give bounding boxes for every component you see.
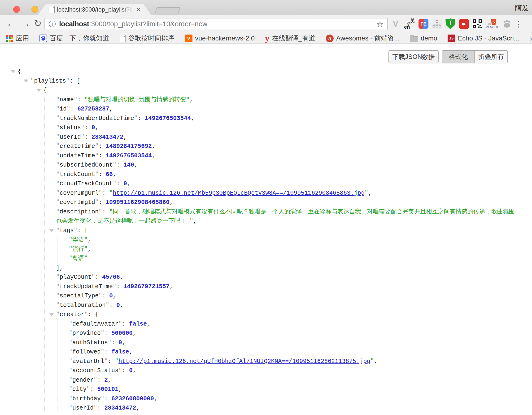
paw-icon[interactable] — [502, 19, 512, 29]
json-key: avatarUrl — [72, 358, 104, 365]
json-punct: : — [90, 386, 97, 393]
json-row-close: ], — [56, 263, 520, 273]
collapse-triangle-icon[interactable] — [49, 229, 54, 232]
bookmark-youdao[interactable]: y 在线翻译_有道 — [265, 34, 315, 43]
bookmark-echojs[interactable]: JS Echo JS - JavaScri... — [447, 35, 519, 42]
qr-code-icon[interactable] — [472, 19, 482, 29]
profile-name[interactable]: 阿发 — [515, 4, 529, 13]
json-number-value: 2 — [104, 377, 108, 384]
youdao-y-icon: y — [265, 35, 269, 42]
sitemap-icon[interactable] — [432, 19, 442, 29]
json-punct: : — [102, 190, 109, 197]
json-number-value: 1489284175692 — [106, 143, 152, 150]
bookmark-demo-folder[interactable]: demo — [410, 35, 437, 42]
json-quote: " — [56, 208, 60, 215]
json-quote: " — [81, 124, 85, 131]
json-link[interactable]: http://p1.music.126.net/Mb59p30BpEQLcBQe… — [113, 190, 365, 197]
awesomes-a-icon: A — [326, 35, 334, 42]
forward-icon[interactable]: → — [20, 16, 30, 30]
bookmarks-overflow-chevron-icon[interactable]: » — [530, 34, 532, 43]
collapse-all-button[interactable]: 折叠所有 — [475, 51, 507, 63]
json-punct: : — [104, 348, 111, 355]
json-key: userId — [60, 134, 81, 141]
window-minimize-button[interactable] — [31, 6, 38, 13]
json-quote: " — [108, 339, 111, 346]
json-bracket: ], — [56, 264, 63, 271]
json-quote: " — [81, 134, 85, 141]
json-key: coverImgUrl — [60, 190, 99, 197]
json-comma: , — [122, 339, 125, 346]
json-punct: : — [99, 143, 106, 150]
browser-tab[interactable]: localhost:3000/top_playlist?lim × — [38, 4, 151, 15]
json-comma: , — [127, 180, 131, 187]
format-button[interactable]: 格式化 — [442, 51, 475, 63]
address-bar[interactable]: ⓘ localhost:3000/top_playlist?limit=10&o… — [44, 18, 388, 30]
translate-icon[interactable]: 英 ⇄ en — [404, 19, 415, 29]
tab-title: localhost:3000/top_playlist?lim — [57, 6, 134, 13]
json-comma: , — [374, 358, 377, 365]
bookmark-vue-hackernews[interactable]: V vue-hackernews-2.0 — [185, 35, 255, 42]
new-tab-button[interactable] — [154, 7, 180, 14]
bookmark-star-icon[interactable]: ☆ — [376, 20, 383, 28]
json-comma: , — [154, 395, 157, 402]
json-comma: , — [95, 124, 99, 131]
fe-extension-icon[interactable]: FE — [418, 19, 428, 29]
json-row-coverImgUrl: "coverImgUrl": "http://p1.music.126.net/… — [56, 189, 520, 198]
collapse-triangle-icon[interactable] — [49, 313, 54, 316]
json-number-value: 283413472 — [104, 405, 136, 411]
json-quote: " — [56, 96, 60, 103]
page-info-icon[interactable]: ⓘ — [49, 20, 56, 28]
json-row-tags: "tags": [ — [56, 226, 520, 235]
json-quote: " — [74, 96, 77, 103]
back-icon[interactable]: ← — [6, 16, 16, 30]
json-quote: " — [69, 377, 72, 384]
json-key: description — [60, 208, 99, 215]
page-content: 下载JSON数据 格式化 折叠所有 {"playlists": [{"name"… — [0, 44, 532, 415]
json-number-value: 623260800000 — [111, 395, 154, 402]
html5-player-icon[interactable]: 5 PLAYER — [486, 19, 498, 29]
json-quote: " — [92, 274, 95, 281]
window-close-button[interactable] — [13, 6, 20, 13]
vue-v-icon: V — [185, 35, 192, 42]
collapse-triangle-icon[interactable] — [36, 89, 41, 92]
json-comma: , — [170, 283, 173, 290]
bookmark-baidu[interactable]: 百度一下，你就知道 — [39, 34, 109, 43]
collapse-triangle-icon[interactable] — [11, 70, 16, 73]
chrome-menu-icon[interactable]: ⋮ — [516, 19, 522, 29]
json-number-value: 0 — [116, 302, 120, 309]
collapse-triangle-icon[interactable] — [24, 79, 28, 83]
json-comma: , — [118, 386, 122, 393]
json-link[interactable]: http://p1.music.126.net/gUfH0bhzOfAl71NU… — [118, 358, 370, 365]
json-comma: , — [124, 134, 127, 141]
url-text[interactable]: localhost:3000/top_playlist?limit=10&ord… — [59, 20, 373, 28]
json-number-value: 0 — [118, 339, 122, 346]
bookmark-apps[interactable]: 应用 — [6, 34, 29, 43]
video-fastforward-icon[interactable]: ▶▶ — [459, 19, 469, 29]
json-key: authStatus — [72, 339, 108, 346]
tab-close-icon[interactable]: × — [136, 6, 141, 13]
json-quote: " — [69, 386, 72, 393]
reload-icon[interactable]: ↻ — [34, 16, 42, 30]
tampermonkey-shield-icon[interactable]: T — [446, 19, 456, 29]
json-number-value: 45766 — [102, 274, 120, 281]
json-comma: , — [193, 218, 197, 224]
json-punct: : — [102, 292, 109, 299]
folder-icon — [410, 37, 418, 42]
download-json-button[interactable]: 下载JSON数据 — [389, 50, 439, 63]
bookmark-google-sort[interactable]: 谷歌按时间排序 — [120, 34, 174, 43]
bookmark-awesomes[interactable]: A Awesomes - 前端资... — [326, 34, 400, 43]
toolbar: ← → ↻ ⓘ localhost:3000/top_playlist?limi… — [0, 15, 532, 33]
json-row-playlists: "playlists": [ — [30, 77, 520, 86]
json-key: trackUpdateTime — [60, 283, 113, 290]
vue-devtools-icon[interactable]: V — [391, 19, 400, 29]
json-quote: " — [56, 106, 60, 112]
json-comma: , — [136, 405, 140, 411]
json-quote: " — [94, 377, 97, 384]
json-row-city: "city": 500101, — [69, 385, 520, 394]
json-number-value: 66 — [106, 171, 113, 178]
json-string-value: "华语" — [69, 236, 88, 243]
json-comma: , — [113, 292, 116, 299]
json-comma: , — [133, 330, 136, 337]
json-block: {"name": "独唱与对唱的切换 氛围与情感的转变","id": 62725… — [32, 86, 520, 413]
json-punct: : — [104, 330, 111, 337]
